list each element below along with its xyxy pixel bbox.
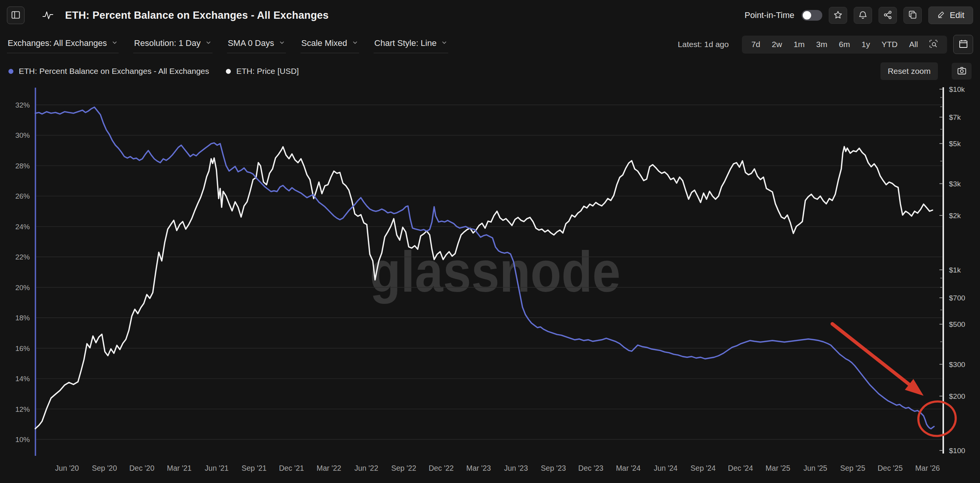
x-axis-tick-label: Mar '22 — [317, 464, 341, 472]
glassnode-watermark: glassnode — [370, 240, 621, 304]
left-axis-tick-label: 12% — [15, 405, 30, 413]
right-axis-tick-label: $200 — [949, 392, 965, 400]
x-axis-tick-label: Jun '21 — [205, 464, 229, 472]
left-axis-tick-label: 24% — [15, 223, 30, 231]
calendar-icon — [958, 39, 969, 50]
right-axis-tick-label: $300 — [949, 361, 965, 369]
range-button-6m[interactable]: 6m — [833, 40, 856, 49]
legend-item-1[interactable]: ETH: Price [USD] — [226, 67, 299, 76]
legend-series-label: ETH: Percent Balance on Exchanges - All … — [19, 67, 209, 76]
dropdown-group: Exchanges: All ExchangesResolution: 1 Da… — [7, 36, 463, 53]
top-bar: ETH: Percent Balance on Exchanges - All … — [0, 0, 980, 31]
dropdown-scale-mixed[interactable]: Scale Mixed — [301, 36, 359, 53]
left-axis-tick-label: 16% — [15, 344, 30, 352]
right-axis-tick-label: $1k — [949, 266, 961, 274]
point-in-time-label: Point-in-Time — [745, 10, 794, 20]
bell-icon — [858, 10, 868, 21]
left-axis-tick-label: 10% — [15, 436, 30, 444]
edit-button[interactable]: Edit — [928, 7, 973, 24]
legend-item-0[interactable]: ETH: Percent Balance on Exchanges - All … — [8, 67, 209, 76]
x-axis-tick-label: Dec '25 — [878, 464, 903, 472]
x-axis-tick-label: Sep '24 — [691, 464, 716, 472]
range-button-1m[interactable]: 1m — [788, 40, 810, 49]
x-axis-tick-label: Dec '21 — [279, 464, 304, 472]
share-icon — [883, 10, 893, 21]
date-picker-button[interactable] — [953, 35, 973, 54]
zoom-select-icon — [929, 39, 938, 50]
range-button-all[interactable]: All — [903, 40, 924, 49]
x-axis-tick-label: Dec '22 — [429, 464, 454, 472]
dropdown-label: Chart Style: Line — [374, 38, 437, 48]
x-axis-tick-label: Sep '20 — [92, 464, 117, 472]
x-axis-tick-label: Mar '21 — [167, 464, 191, 472]
screenshot-button[interactable] — [952, 63, 972, 80]
x-axis-tick-label: Dec '24 — [728, 464, 753, 472]
x-axis-tick-label: Jun '23 — [504, 464, 528, 472]
x-axis-tick-label: Sep '22 — [391, 464, 416, 472]
x-axis-tick-label: Sep '25 — [840, 464, 866, 472]
alerts-button[interactable] — [854, 7, 872, 24]
right-axis-tick-label: $10k — [949, 85, 965, 93]
pencil-icon — [937, 10, 946, 21]
x-axis-tick-label: Mar '23 — [466, 464, 491, 472]
left-axis-tick-label: 18% — [15, 314, 30, 322]
dropdown-resolution[interactable]: Resolution: 1 Day — [133, 36, 212, 53]
chevron-down-icon — [352, 38, 358, 48]
left-axis-tick-label: 26% — [15, 192, 30, 200]
left-axis-tick-label: 28% — [15, 162, 30, 170]
sidebar-toggle-button[interactable] — [7, 7, 24, 24]
right-axis-tick-label: $7k — [949, 113, 961, 121]
x-axis-tick-label: Jun '22 — [354, 464, 378, 472]
legend-series-dot — [226, 69, 231, 74]
right-axis-tick-label: $2k — [949, 212, 961, 220]
time-range-group: 7d2w1m3m6m1yYTDAll — [742, 36, 947, 54]
duplicate-button[interactable] — [903, 7, 922, 24]
point-in-time-toggle[interactable] — [802, 10, 822, 21]
x-axis-tick-label: Mar '26 — [915, 464, 940, 472]
annotation-highlight-circle — [916, 399, 958, 439]
legend: ETH: Percent Balance on Exchanges - All … — [8, 67, 316, 76]
annotation-arrow-shaft — [832, 324, 911, 386]
range-button-7d[interactable]: 7d — [746, 40, 766, 49]
left-axis-tick-label: 32% — [15, 101, 30, 109]
range-button-ytd[interactable]: YTD — [876, 40, 903, 49]
legend-series-dot — [8, 69, 13, 74]
range-button-3m[interactable]: 3m — [810, 40, 833, 49]
left-axis-tick-label: 14% — [15, 375, 30, 383]
left-axis-tick-label: 22% — [15, 253, 30, 261]
x-axis-tick-label: Sep '21 — [242, 464, 267, 472]
sidebar-panel-icon — [11, 10, 21, 21]
reset-zoom-button[interactable]: Reset zoom — [880, 62, 938, 80]
x-axis-tick-label: Dec '23 — [578, 464, 604, 472]
custom-range-zoom-button[interactable] — [924, 39, 943, 50]
legend-row: ETH: Percent Balance on Exchanges - All … — [0, 60, 980, 83]
x-axis-tick-label: Jun '20 — [55, 464, 79, 472]
page-title: ETH: Percent Balance on Exchanges - All … — [65, 10, 329, 21]
x-axis-tick-label: Jun '24 — [654, 464, 678, 472]
favorite-button[interactable] — [829, 7, 847, 24]
dropdown-label: Scale Mixed — [301, 38, 347, 48]
x-axis-tick-label: Jun '25 — [804, 464, 827, 472]
metric-pulse-icon — [41, 10, 54, 21]
x-axis-tick-label: Dec '20 — [129, 464, 155, 472]
x-axis-tick-label: Mar '24 — [616, 464, 641, 472]
legend-series-label: ETH: Price [USD] — [236, 67, 299, 76]
right-axis-tick-label: $5k — [949, 140, 961, 148]
right-axis-tick-label: $3k — [949, 180, 961, 188]
x-axis-tick-label: Mar '25 — [766, 464, 791, 472]
dropdown-exchanges[interactable]: Exchanges: All Exchanges — [7, 36, 119, 53]
range-button-2w[interactable]: 2w — [766, 40, 788, 49]
left-axis-tick-label: 30% — [15, 131, 30, 139]
left-axis-tick-label: 20% — [15, 284, 30, 292]
dropdown-label: SMA 0 Days — [228, 38, 274, 48]
chevron-down-icon — [441, 38, 448, 48]
dropdown-chart-style[interactable]: Chart Style: Line — [374, 36, 449, 53]
right-axis-tick-label: $500 — [949, 320, 965, 328]
range-button-1y[interactable]: 1y — [856, 40, 875, 49]
x-axis-tick-label: Sep '23 — [541, 464, 566, 472]
copy-icon — [908, 10, 918, 21]
chart-toolbar: Exchanges: All ExchangesResolution: 1 Da… — [0, 32, 980, 57]
dropdown-sma-0-days[interactable]: SMA 0 Days — [227, 36, 286, 53]
share-button[interactable] — [879, 7, 897, 24]
dropdown-label: Exchanges: All Exchanges — [8, 38, 107, 48]
